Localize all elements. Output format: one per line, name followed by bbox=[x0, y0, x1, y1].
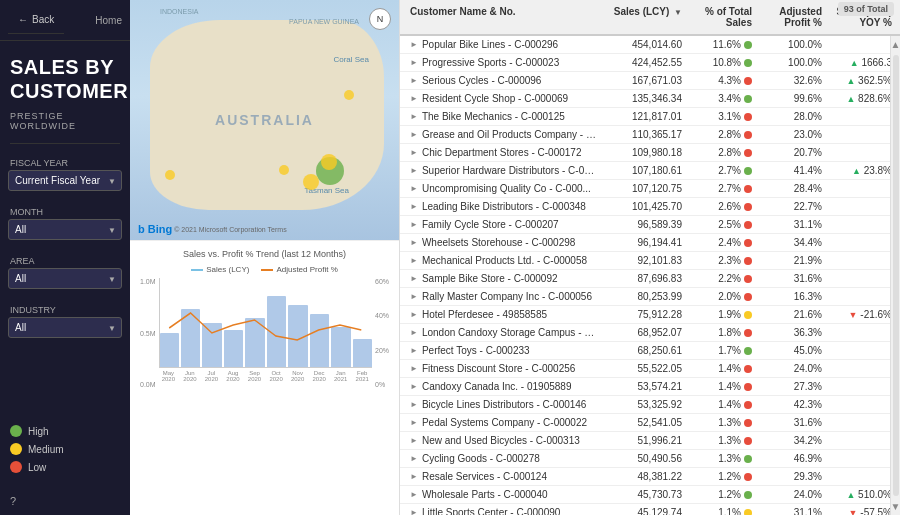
profit-cell: 31.6% bbox=[756, 416, 826, 429]
scrollbar[interactable]: ▲ ▼ bbox=[890, 36, 900, 515]
yoy-cell: ▲ 510.0% bbox=[826, 488, 890, 501]
expand-icon[interactable]: ► bbox=[410, 40, 418, 49]
table-body[interactable]: ► Popular Bike Lines - C-000296 454,014.… bbox=[400, 36, 890, 515]
yoy-cell bbox=[826, 368, 890, 370]
expand-icon[interactable]: ► bbox=[410, 418, 418, 427]
bing-logo: b Bing bbox=[138, 223, 172, 235]
area-select[interactable]: All bbox=[8, 268, 122, 289]
status-dot-icon bbox=[744, 59, 752, 67]
status-dot-icon bbox=[744, 149, 752, 157]
y-axis-bot: 0.0M bbox=[140, 381, 156, 388]
expand-icon[interactable]: ► bbox=[410, 328, 418, 337]
yoy-cell: ▼ -57.5% bbox=[826, 506, 890, 515]
fiscal-year-select[interactable]: Current Fiscal Year bbox=[8, 170, 122, 191]
arrow-up-icon: ▲ bbox=[846, 94, 855, 104]
profit-cell: 41.4% bbox=[756, 164, 826, 177]
status-dot-icon bbox=[744, 131, 752, 139]
chart-legend: Sales (LCY) Adjusted Profit % bbox=[140, 265, 389, 274]
high-dot-icon bbox=[10, 425, 22, 437]
bing-copyright: © 2021 Microsoft Corporation Terms bbox=[174, 226, 286, 233]
expand-icon[interactable]: ► bbox=[410, 76, 418, 85]
pct-cell: 1.2% bbox=[686, 470, 756, 483]
col-days: Days Since Last Sale bbox=[896, 4, 900, 30]
customer-name-cell: ► Chic Department Stores - C-000172 bbox=[406, 146, 606, 159]
customer-name-cell: ► Fitness Discount Store - C-000256 bbox=[406, 362, 606, 375]
home-link[interactable]: Home bbox=[95, 15, 122, 26]
expand-icon[interactable]: ► bbox=[410, 346, 418, 355]
sales-cell: 121,817.01 bbox=[606, 110, 686, 123]
customer-name: Bicycle Lines Distributors - C-000146 bbox=[422, 399, 587, 410]
expand-icon[interactable]: ► bbox=[410, 202, 418, 211]
scroll-up-icon[interactable]: ▲ bbox=[888, 36, 900, 53]
industry-select[interactable]: All bbox=[8, 317, 122, 338]
expand-icon[interactable]: ► bbox=[410, 256, 418, 265]
customer-name: Wheelsets Storehouse - C-000298 bbox=[422, 237, 575, 248]
customer-name-cell: ► Candoxy Canada Inc. - 01905889 bbox=[406, 380, 606, 393]
help-button[interactable]: ? bbox=[0, 487, 130, 515]
sales-cell: 96,194.41 bbox=[606, 236, 686, 249]
scroll-thumb[interactable] bbox=[893, 55, 899, 496]
month-select[interactable]: All bbox=[8, 219, 122, 240]
sales-cell: 424,452.55 bbox=[606, 56, 686, 69]
expand-icon[interactable]: ► bbox=[410, 472, 418, 481]
expand-icon[interactable]: ► bbox=[410, 436, 418, 445]
x-label-6: Oct2020 bbox=[266, 370, 286, 382]
legend-high-label: High bbox=[28, 426, 49, 437]
compass-icon: N bbox=[369, 8, 391, 30]
expand-icon[interactable]: ► bbox=[410, 112, 418, 121]
medium-dot-icon bbox=[10, 443, 22, 455]
sales-cell: 109,980.18 bbox=[606, 146, 686, 159]
scroll-down-icon[interactable]: ▼ bbox=[888, 498, 900, 515]
yoy-cell bbox=[826, 404, 890, 406]
pct-cell: 1.3% bbox=[686, 434, 756, 447]
expand-icon[interactable]: ► bbox=[410, 292, 418, 301]
status-dot-icon bbox=[744, 167, 752, 175]
sales-cell: 53,325.92 bbox=[606, 398, 686, 411]
company-name: PRESTIGE WORLDWIDE bbox=[0, 111, 130, 143]
map-dot-perth bbox=[165, 170, 175, 180]
table-row: ► Popular Bike Lines - C-000296 454,014.… bbox=[400, 36, 890, 54]
pct-cell: 1.4% bbox=[686, 380, 756, 393]
expand-icon[interactable]: ► bbox=[410, 454, 418, 463]
expand-icon[interactable]: ► bbox=[410, 166, 418, 175]
expand-icon[interactable]: ► bbox=[410, 382, 418, 391]
table-row: ► Perfect Toys - C-000233 68,250.61 1.7%… bbox=[400, 342, 890, 360]
expand-icon[interactable]: ► bbox=[410, 364, 418, 373]
x-label-10: Feb2021 bbox=[352, 370, 372, 382]
back-icon: ← bbox=[18, 14, 28, 25]
expand-icon[interactable]: ► bbox=[410, 274, 418, 283]
customer-name-cell: ► Bicycle Lines Distributors - C-000146 bbox=[406, 398, 606, 411]
expand-icon[interactable]: ► bbox=[410, 58, 418, 67]
profit-cell: 16.3% bbox=[756, 290, 826, 303]
sales-cell: 53,574.21 bbox=[606, 380, 686, 393]
sales-cell: 107,180.61 bbox=[606, 164, 686, 177]
table-row: ► Rally Master Company Inc - C-000056 80… bbox=[400, 288, 890, 306]
y-right-bot: 20% bbox=[375, 347, 389, 354]
profit-line-icon bbox=[261, 269, 273, 271]
y-right-zero: 0% bbox=[375, 381, 389, 388]
pct-cell: 1.3% bbox=[686, 416, 756, 429]
col-sales[interactable]: Sales (LCY) ▼ bbox=[606, 4, 686, 30]
x-label-4: Aug2020 bbox=[223, 370, 243, 382]
expand-icon[interactable]: ► bbox=[410, 130, 418, 139]
expand-icon[interactable]: ► bbox=[410, 148, 418, 157]
expand-icon[interactable]: ► bbox=[410, 310, 418, 319]
yoy-cell bbox=[826, 386, 890, 388]
fiscal-year-wrapper: Current Fiscal Year ▼ bbox=[8, 170, 122, 191]
back-button[interactable]: ← Back bbox=[8, 6, 64, 34]
table-row: ► Family Cycle Store - C-000207 96,589.3… bbox=[400, 216, 890, 234]
expand-icon[interactable]: ► bbox=[410, 400, 418, 409]
expand-icon[interactable]: ► bbox=[410, 490, 418, 499]
expand-icon[interactable]: ► bbox=[410, 508, 418, 515]
status-dot-icon bbox=[744, 185, 752, 193]
sales-cell: 96,589.39 bbox=[606, 218, 686, 231]
expand-icon[interactable]: ► bbox=[410, 94, 418, 103]
pct-cell: 2.0% bbox=[686, 290, 756, 303]
customer-name: Rally Master Company Inc - C-000056 bbox=[422, 291, 592, 302]
expand-icon[interactable]: ► bbox=[410, 220, 418, 229]
status-dot-icon bbox=[744, 491, 752, 499]
expand-icon[interactable]: ► bbox=[410, 184, 418, 193]
expand-icon[interactable]: ► bbox=[410, 238, 418, 247]
status-dot-icon bbox=[744, 293, 752, 301]
legend-medium-label: Medium bbox=[28, 444, 64, 455]
